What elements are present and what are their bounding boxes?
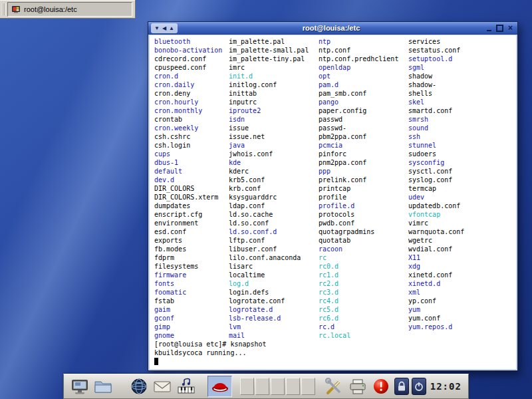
- file-entry: ssh: [408, 132, 420, 141]
- terminal-line: fdprmlilo.conf.anacondarcX11: [154, 253, 516, 262]
- file-entry: login.defs: [229, 288, 319, 297]
- terminal-line: bonobo-activationim_palette-small.palntp…: [154, 46, 516, 55]
- file-entry: fdprm: [154, 253, 229, 262]
- file-entry: cdrecord.conf: [154, 55, 229, 63]
- window-menu-icon[interactable]: ▼: [154, 23, 160, 33]
- file-entry: imrc: [229, 63, 319, 72]
- close-button[interactable]: ×: [506, 24, 515, 33]
- lock-screen-button[interactable]: [394, 378, 409, 395]
- terminal-line: fb.modeslibuser.confracoonwvdial.conf: [154, 245, 516, 253]
- file-entry: issue.net: [229, 132, 319, 141]
- file-entry: log.d: [229, 279, 319, 288]
- file-entry: mail: [229, 331, 319, 340]
- web-browser-button[interactable]: [128, 376, 150, 397]
- terminal-line: environmentld.so.confpwdb.confvimrc: [154, 219, 516, 227]
- file-entry: quotagrpadmins: [319, 227, 408, 236]
- terminal-line: cupsjwhois.confpinforcsudoers: [154, 150, 516, 158]
- red-hat-icon: [211, 378, 229, 395]
- file-entry: localtime: [229, 271, 319, 279]
- terminal-line: cron.weeklyissuepasswd-sound: [154, 124, 516, 132]
- file-entry: rc.d: [319, 323, 408, 331]
- file-entry: passwd-: [319, 124, 408, 132]
- top-taskbar: root@louisa:/etc: [0, 0, 136, 19]
- file-entry: libuser.conf: [229, 245, 319, 253]
- file-entry: smartd.conf: [408, 106, 452, 115]
- home-folder-button[interactable]: [93, 376, 114, 397]
- minimize-button[interactable]: [485, 24, 493, 33]
- file-entry: logrotate.conf: [229, 297, 319, 305]
- file-entry: xdg: [408, 262, 420, 271]
- file-entry: ntp: [319, 37, 408, 46]
- terminal-prompt-line: [root@louisa etc]# ksnapshot: [154, 340, 516, 348]
- file-entry: xml: [408, 288, 420, 297]
- music-notes-icon: [176, 377, 196, 396]
- file-entry: gconf: [154, 314, 229, 323]
- panel-clock[interactable]: 12:02: [429, 381, 463, 392]
- terminal-line: cron.dinit.doptshadow: [154, 72, 516, 80]
- file-entry: dumpdates: [154, 201, 229, 210]
- file-entry: rc.local: [319, 331, 408, 340]
- konsole-icon: [11, 5, 21, 14]
- empty-panel-slot: [301, 378, 315, 395]
- show-desktop-button[interactable]: [69, 376, 90, 397]
- terminal-view[interactable]: bluetoothim_palette.palntpservicesbonobo…: [150, 35, 516, 369]
- file-entry: pango: [319, 98, 408, 106]
- file-entry: bluetooth: [154, 37, 229, 46]
- file-entry: gimp: [154, 323, 229, 331]
- update-notifier-button[interactable]: [370, 376, 392, 397]
- terminal-status-line: kbuildsycoca running...: [154, 348, 516, 357]
- file-entry: udev: [408, 193, 424, 201]
- applet-handle[interactable]: [2, 3, 5, 15]
- file-entry: lvm: [229, 323, 319, 331]
- file-entry: xinetd.d: [408, 279, 440, 288]
- file-entry: racoon: [319, 245, 408, 253]
- file-entry: vimrc: [408, 219, 428, 227]
- file-entry: opt: [319, 72, 408, 80]
- terminal-line: firmwarelocaltimerc1.dxinetd.conf: [154, 271, 516, 279]
- file-entry: DIR_COLORS: [154, 184, 229, 193]
- file-entry: lftp.conf: [229, 236, 319, 245]
- main-menu-button[interactable]: [207, 376, 233, 397]
- maximize-button[interactable]: [495, 24, 504, 33]
- file-entry: krb.conf: [229, 184, 319, 193]
- file-entry: fb.modes: [154, 245, 229, 253]
- taskbar-task-konsole[interactable]: root@louisa:/etc: [7, 2, 132, 17]
- file-entry: vfontcap: [408, 210, 440, 219]
- on-all-desktops-icon[interactable]: ◀: [162, 23, 166, 33]
- file-entry: environment: [154, 219, 229, 227]
- file-entry: init.d: [229, 72, 319, 80]
- desktop-monitor-icon: [70, 377, 90, 396]
- file-entry: fonts: [154, 279, 229, 288]
- file-entry: rc5.d: [319, 305, 408, 314]
- shade-icon[interactable]: ▲: [169, 23, 174, 33]
- file-entry: prelink.conf: [319, 176, 408, 184]
- file-entry: X11: [408, 253, 420, 262]
- power-icon: [414, 380, 424, 392]
- email-button[interactable]: [152, 376, 174, 397]
- music-player-button[interactable]: [176, 376, 197, 397]
- file-entry: csh.cshrc: [154, 132, 229, 141]
- file-entry: lisarc: [229, 262, 319, 271]
- panel-spacer: [318, 386, 321, 387]
- file-entry: lsb-release.d: [229, 314, 319, 323]
- file-entry: updatedb.conf: [408, 201, 460, 210]
- alert-ball-icon: [372, 377, 390, 396]
- system-tools-button[interactable]: [323, 376, 344, 397]
- file-entry: pam.d: [319, 80, 408, 89]
- empty-panel-slot: [255, 378, 269, 395]
- print-manager-button[interactable]: [347, 376, 368, 397]
- folder-icon: [93, 377, 113, 396]
- file-entry: yum.conf: [408, 314, 440, 323]
- terminal-line: foomaticlogin.defsrc3.dxml: [154, 288, 516, 297]
- window-titlebar[interactable]: ▼ ◀ ▲ root@louisa:/etc ×: [148, 22, 517, 35]
- file-entry: isdn: [229, 115, 319, 124]
- logout-button[interactable]: [412, 378, 426, 395]
- file-entry: yp.conf: [408, 297, 436, 305]
- terminal-line: dev.dkrb5.confprelink.confsyslog.conf: [154, 176, 516, 184]
- file-entry: rc: [319, 253, 408, 262]
- file-entry: enscript.cfg: [154, 210, 229, 219]
- terminal-line: fontslog.drc2.dxinetd.d: [154, 279, 516, 288]
- file-entry: csh.login: [154, 141, 229, 150]
- file-entry: shells: [408, 89, 432, 98]
- file-entry: sysctl.conf: [408, 167, 452, 176]
